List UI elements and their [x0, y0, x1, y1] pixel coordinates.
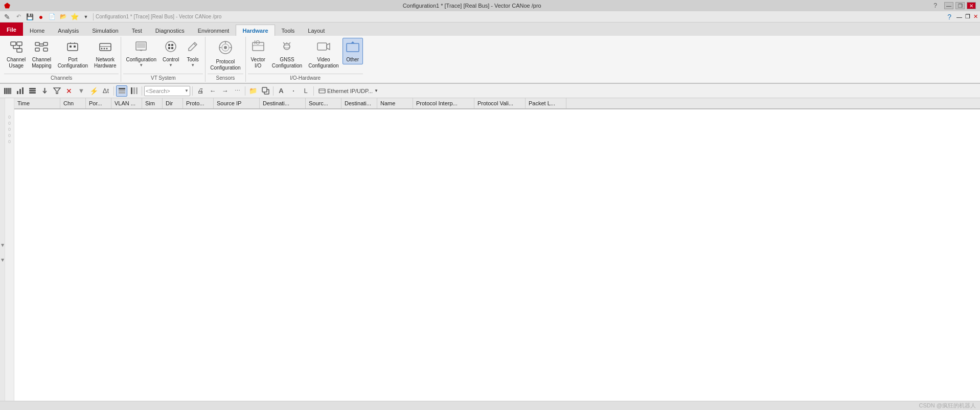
tb-filter-btn[interactable] [51, 85, 62, 97]
close-button[interactable]: ✕ [967, 2, 976, 9]
col-time[interactable]: Time [14, 98, 60, 108]
tb-filter-eth-btn[interactable]: Ethernet IP/UDP... ▼ [316, 85, 381, 97]
col-pkt-len[interactable]: Packet L... [526, 98, 566, 108]
svg-rect-52 [8, 88, 10, 94]
tab-file[interactable]: File [0, 22, 23, 36]
qa-min-btn[interactable]: — [956, 14, 962, 20]
filter-eth-label: Ethernet IP/UDP... [327, 88, 373, 94]
svg-rect-28 [171, 44, 173, 46]
svg-rect-64 [119, 92, 125, 94]
qa-save-icon[interactable]: 💾 [25, 12, 35, 21]
tab-hardware[interactable]: Hardware [236, 25, 275, 36]
col-proto[interactable]: Proto... [183, 98, 214, 108]
trace-area: Time Chn Por... VLAN ... Sim Dir Proto..… [14, 98, 980, 407]
col-name[interactable]: Name [377, 98, 413, 108]
col-chn[interactable]: Chn [60, 98, 86, 108]
tb-fontsize-btn[interactable]: A [276, 85, 287, 97]
search-text: <Search> [146, 88, 184, 94]
col-dst-ip[interactable]: Destinati... [260, 98, 306, 108]
left-gutter: 0 0 0 0 0 [5, 98, 14, 407]
search-dropdown[interactable]: <Search> ▼ [144, 86, 190, 96]
watermark-text: CSDN @疯狂的机器人 [919, 402, 976, 409]
qa-undo-icon[interactable]: ↶ [13, 12, 24, 21]
tab-layout[interactable]: Layout [301, 25, 331, 36]
col-sim[interactable]: Sim [142, 98, 163, 108]
tb-tag-btn[interactable] [260, 85, 271, 97]
vt-tools-arrow: ▼ [191, 63, 195, 67]
tab-simulation[interactable]: Simulation [85, 25, 125, 36]
video-config-button[interactable]: VideoConfiguration [306, 38, 341, 71]
other-button[interactable]: Other [343, 38, 363, 64]
tab-analysis[interactable]: Analysis [51, 25, 85, 36]
tb-cols-btn[interactable] [128, 85, 140, 97]
col-src-ip[interactable]: Source IP [214, 98, 260, 108]
tb-show-columns-btn[interactable] [2, 85, 13, 97]
channel-mapping-icon [34, 39, 49, 56]
quick-access-toolbar: ✎ ↶ 💾 ● 📄 📂 ⭐ ▼ Configuration1 * [Trace]… [0, 11, 980, 22]
tab-test[interactable]: Test [125, 25, 149, 36]
tb-chart-btn[interactable] [14, 85, 26, 97]
tb-delta-btn[interactable]: Δt [100, 85, 111, 97]
vt-config-button[interactable]: Configuration ▼ [123, 38, 158, 69]
tb-sep5 [273, 86, 274, 96]
tab-home[interactable]: Home [23, 25, 51, 36]
title-help-icon[interactable]: ? [933, 2, 937, 9]
svg-rect-63 [119, 90, 125, 92]
tb-folder-btn[interactable]: 📁 [247, 85, 259, 97]
tb-trigger-btn[interactable]: ▼ [76, 85, 87, 97]
channel-usage-button[interactable]: ChannelUsage [4, 38, 28, 71]
svg-rect-59 [29, 92, 36, 94]
vt-config-label: Configuration [126, 57, 156, 63]
network-hw-button[interactable]: NetworkHardware [92, 38, 119, 71]
vector-io-button[interactable]: IO VectorI/O [248, 38, 268, 71]
tb-print-btn[interactable]: 🖨 [195, 85, 206, 97]
qa-dropdown-icon[interactable]: ▼ [81, 12, 91, 21]
port-config-button[interactable]: PortConfiguration [55, 38, 90, 71]
col-proto-val[interactable]: Protocol Vali... [474, 98, 526, 108]
restore-button[interactable]: ❐ [955, 2, 965, 9]
tb-list-btn[interactable] [27, 85, 38, 97]
gnss-config-button[interactable]: GNSSConfiguration [269, 38, 305, 71]
tab-tools[interactable]: Tools [275, 25, 302, 36]
svg-rect-58 [29, 90, 36, 92]
tb-next-btn[interactable]: → [219, 85, 231, 97]
col-proto-interp[interactable]: Protocol Interp... [413, 98, 474, 108]
svg-rect-68 [262, 87, 267, 92]
vt-tools-button[interactable]: Tools ▼ [183, 38, 203, 69]
qa-red-dot-icon[interactable]: ● [36, 12, 46, 21]
qa-open-icon[interactable]: 📂 [58, 12, 69, 21]
col-source[interactable]: Sourc... [306, 98, 341, 108]
qa-star-icon[interactable]: ⭐ [70, 12, 80, 21]
tb-clear-btn[interactable]: ✕ [63, 85, 75, 97]
tb-dot-btn[interactable]: · [288, 85, 299, 97]
gnss-config-label: GNSSConfiguration [272, 57, 302, 69]
tb-down-btn[interactable] [39, 85, 50, 97]
svg-line-31 [194, 43, 196, 45]
minimize-button[interactable]: — [944, 2, 953, 9]
qa-new-icon[interactable]: 📄 [47, 12, 57, 21]
tab-diagnostics[interactable]: Diagnostics [149, 25, 191, 36]
col-port[interactable]: Por... [86, 98, 111, 108]
tb-lightning-btn[interactable]: ⚡ [88, 85, 99, 97]
col-dir[interactable]: Dir [163, 98, 183, 108]
qa-help-btn[interactable]: ? [947, 13, 951, 21]
svg-point-26 [166, 41, 176, 52]
tb-l-btn[interactable]: L [300, 85, 311, 97]
qa-pen-icon[interactable]: ✎ [2, 12, 12, 21]
side-panel-toggle[interactable]: ▶ ▶ [0, 98, 5, 407]
qa-close-btn[interactable]: ✕ [973, 13, 978, 20]
tab-environment[interactable]: Environment [191, 25, 236, 36]
vt-control-icon [164, 39, 178, 56]
protocol-config-label: ProtocolConfiguration [210, 59, 240, 71]
col-dest[interactable]: Destinati... [341, 98, 377, 108]
tb-prev-btn[interactable]: ← [207, 85, 218, 97]
toolbar: ✕ ▼ ⚡ Δt <Search> ▼ 🖨 ← → ⋯ 📁 A · L Ethe… [0, 84, 980, 98]
col-vlan[interactable]: VLAN ... [111, 98, 142, 108]
protocol-config-button[interactable]: ProtocolConfiguration [208, 38, 243, 73]
vt-control-button[interactable]: Control ▼ [160, 38, 181, 69]
qa-restore-btn[interactable]: ❐ [965, 13, 970, 20]
tb-bookmark-btn[interactable]: ⋯ [232, 85, 243, 97]
tb-rows-btn[interactable] [116, 85, 127, 97]
channel-mapping-button[interactable]: ChannelMapping [29, 38, 54, 71]
tb-sep2 [142, 86, 142, 96]
